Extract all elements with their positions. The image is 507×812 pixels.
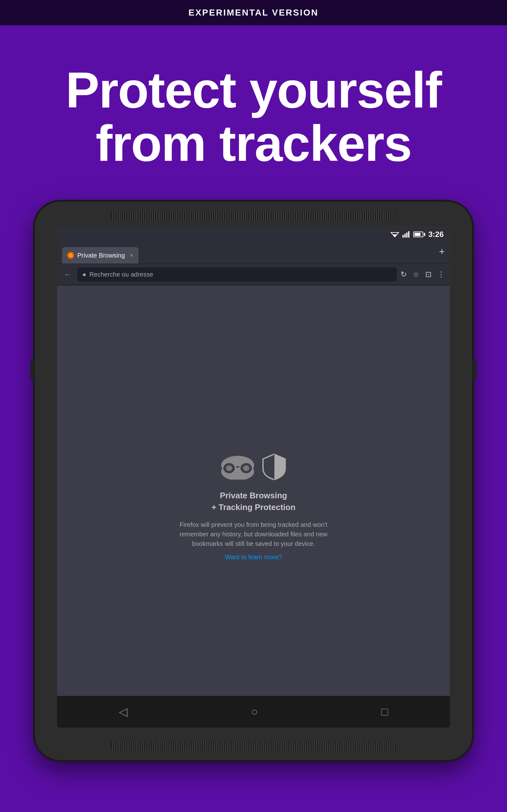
new-tab-button[interactable]: + xyxy=(439,246,445,260)
side-button-left[interactable] xyxy=(31,360,34,379)
wifi-icon xyxy=(390,231,399,238)
experimental-label: EXPERIMENTAL VERSION xyxy=(188,8,319,18)
home-nav-icon[interactable]: ○ xyxy=(251,705,258,718)
side-button-right[interactable] xyxy=(473,360,476,379)
svg-point-10 xyxy=(226,465,232,471)
speaker-bottom xyxy=(111,742,396,751)
mask-icon xyxy=(220,454,255,479)
signal-icon xyxy=(402,231,410,238)
private-browsing-icons xyxy=(220,453,287,481)
speaker-top xyxy=(111,211,396,220)
tab-bar: Private Browsing × + xyxy=(57,242,450,264)
back-nav-icon[interactable]: ◁ xyxy=(119,705,128,718)
tab-favicon xyxy=(67,252,74,259)
tablet-screen: 3:26 Private Browsing × + xyxy=(57,226,450,728)
svg-rect-3 xyxy=(404,234,406,238)
status-bar: 3:26 xyxy=(57,226,450,242)
hero-title: Protect yourself from trackers xyxy=(25,63,482,170)
firefox-logo xyxy=(68,253,73,258)
toolbar-icons: ↻ ☆ ⊡ ⋮ xyxy=(400,270,445,279)
hero-line2: from trackers xyxy=(25,117,482,170)
back-button[interactable]: ← xyxy=(62,270,73,279)
tab-item-private[interactable]: Private Browsing × xyxy=(62,247,138,264)
pb-subtitle: + Tracking Protection xyxy=(211,502,295,512)
bottom-nav-bar: ◁ ○ □ xyxy=(57,696,450,728)
tab-close-button[interactable]: × xyxy=(130,252,133,259)
tablet-wrapper: 3:26 Private Browsing × + xyxy=(0,202,507,760)
svg-point-11 xyxy=(243,465,249,471)
svg-rect-4 xyxy=(406,233,407,238)
status-time: 3:26 xyxy=(429,230,444,239)
screen-inner: 3:26 Private Browsing × + xyxy=(57,226,450,728)
bookmark-icon[interactable]: ☆ xyxy=(412,270,419,279)
shield-icon xyxy=(262,453,287,481)
pb-description: Firefox will prevent you from being trac… xyxy=(165,520,342,548)
url-bar: ← ● Recherche ou adresse ↻ ☆ ⊡ ⋮ xyxy=(57,264,450,286)
tablet-device: 3:26 Private Browsing × + xyxy=(35,202,472,760)
svg-rect-5 xyxy=(408,231,409,238)
menu-icon[interactable]: ⋮ xyxy=(437,270,445,279)
battery-indicator xyxy=(413,232,425,237)
recent-nav-icon[interactable]: □ xyxy=(382,705,389,718)
tab-label: Private Browsing xyxy=(77,252,125,259)
url-placeholder: Recherche ou adresse xyxy=(89,271,153,278)
status-icons: 3:26 xyxy=(390,230,444,239)
browser-content: Private Browsing + Tracking Protection F… xyxy=(57,286,450,728)
tabs-icon[interactable]: ⊡ xyxy=(425,270,432,279)
svg-marker-1 xyxy=(392,235,397,237)
globe-icon: ● xyxy=(82,271,86,278)
url-input-container[interactable]: ● Recherche ou adresse xyxy=(77,267,397,281)
svg-rect-2 xyxy=(402,235,404,238)
pb-learn-more-link[interactable]: Want to learn more? xyxy=(225,554,282,561)
reload-icon[interactable]: ↻ xyxy=(400,270,407,279)
hero-section: Protect yourself from trackers xyxy=(0,26,507,189)
pb-title: Private Browsing xyxy=(220,491,287,501)
hero-line1: Protect yourself xyxy=(25,63,482,117)
top-bar: EXPERIMENTAL VERSION xyxy=(0,0,507,26)
